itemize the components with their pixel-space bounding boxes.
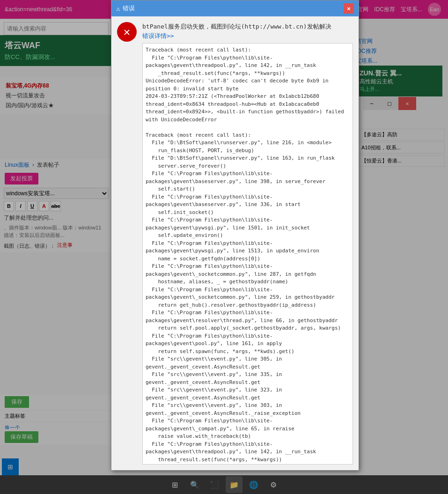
dialog-title-left: ⚠ 错误: [116, 4, 135, 13]
dialog-titlebar: ⚠ 错误 ×: [111, 0, 359, 16]
dialog-title-icon: ⚠: [116, 5, 120, 12]
error-traceback[interactable]: Traceback (most recent call last): File …: [142, 43, 353, 465]
dialog-main-message: btPanel服务启动失败，截图到论坛(http://www.bt.cn)发帖解…: [142, 22, 353, 40]
error-icon-circle: ✕: [117, 22, 137, 42]
dialog-body: ✕ btPanel服务启动失败，截图到论坛(http://www.bt.cn)发…: [111, 16, 359, 470]
dialog-text-area: btPanel服务启动失败，截图到论坛(http://www.bt.cn)发帖解…: [142, 22, 353, 465]
error-dialog: ⚠ 错误 × ✕ btPanel服务启动失败，截图到论坛(http://www.…: [111, 0, 359, 471]
dialog-close-button[interactable]: ×: [344, 3, 354, 14]
dialog-error-link[interactable]: 错误详情>>: [142, 32, 174, 39]
dialog-title-text: 错误: [123, 4, 135, 13]
